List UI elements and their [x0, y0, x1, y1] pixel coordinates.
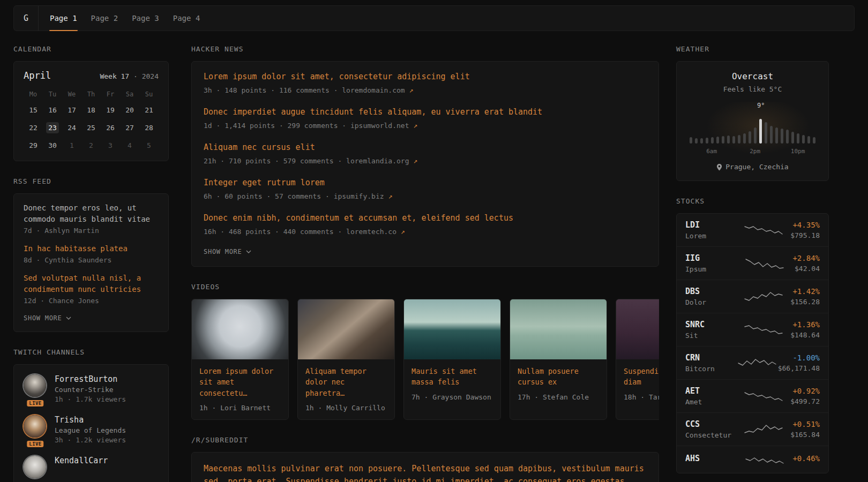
stock-price: $156.28 — [790, 298, 820, 306]
calendar-widget: CALENDAR April Week 17 · 2024 Mo Tu We T… — [13, 45, 169, 161]
tab-page-4[interactable]: Page 4 — [166, 6, 207, 31]
rss-item-link[interactable]: In hac habitasse platea — [24, 243, 159, 254]
video-title[interactable]: Suspendis diam — [624, 366, 659, 388]
tab-page-1[interactable]: Page 1 — [43, 6, 84, 31]
video-card[interactable]: Nullam posuere cursus ex 17h · Stefan Co… — [510, 299, 607, 420]
hn-item: Donec imperdiet augue tincidunt felis al… — [204, 107, 647, 130]
twitch-channel[interactable]: KendallCarr — [24, 456, 159, 478]
hn-item-meta: 1d · 1,414 points · 299 comments · ipsum… — [204, 122, 647, 130]
external-link-icon: ↗ — [413, 157, 417, 165]
video-thumbnail — [192, 299, 288, 359]
section-title-weather: WEATHER — [676, 45, 829, 53]
calendar-dow: We — [62, 91, 81, 98]
hn-item: Lorem ipsum dolor sit amet, consectetur … — [204, 71, 647, 94]
stock-values: +0.46% — [792, 454, 820, 465]
section-title-stocks: STOCKS — [676, 197, 829, 205]
video-card[interactable]: Lorem ipsum dolor sit amet consectetu… 1… — [191, 299, 289, 420]
temperature-bar — [690, 137, 692, 144]
calendar-date: 18 — [81, 104, 101, 116]
twitch-channel[interactable]: LIVE ForrestBurton Counter-Strike 1h · 1… — [24, 374, 159, 403]
twitch-channel-meta: 3h · 1.2k viewers — [55, 436, 126, 444]
stock-name: Amet — [685, 398, 737, 406]
temperature-bar — [743, 133, 746, 144]
stock-row[interactable]: SNRC Sit +1.36% $148.64 — [677, 313, 828, 346]
stock-row[interactable]: CCS Consectetur +0.51% $165.84 — [677, 412, 828, 446]
stock-price: $148.64 — [790, 331, 820, 339]
stock-values: +2.84% $42.04 — [792, 254, 820, 273]
twitch-channel[interactable]: LIVE Trisha League of Legends 3h · 1.2k … — [24, 415, 159, 444]
video-card[interactable]: Mauris sit amet massa felis 7h · Grayson… — [403, 299, 501, 420]
video-title[interactable]: Nullam posuere cursus ex — [518, 366, 599, 388]
hn-item-link[interactable]: Donec enim nibh, condimentum et accumsan… — [204, 213, 647, 224]
temperature-bar — [738, 135, 740, 144]
tab-page-2[interactable]: Page 2 — [84, 6, 125, 31]
video-thumbnail — [298, 299, 394, 359]
stock-name: Bitcorn — [685, 365, 737, 373]
section-title-hacker-news: HACKER NEWS — [191, 45, 659, 53]
temperature-bar — [695, 138, 698, 144]
section-title-calendar: CALENDAR — [13, 45, 169, 53]
stock-row[interactable]: AET Amet +0.92% $499.72 — [677, 379, 828, 412]
temperature-bar — [759, 119, 762, 144]
calendar-date: 16 — [43, 104, 62, 116]
calendar-dow: Fr — [101, 91, 120, 98]
temperature-bar — [781, 129, 783, 144]
calendar-date: 26 — [101, 122, 120, 133]
calendar-header: April Week 17 · 2024 — [24, 70, 159, 81]
subreddit-card: Maecenas mollis pulvinar erat non posuer… — [191, 452, 659, 482]
stock-sparkline — [737, 453, 792, 466]
rss-item-link[interactable]: Sed volutpat nulla nisl, a condimentum n… — [24, 273, 159, 295]
hn-show-more-button[interactable]: SHOW MORE — [204, 248, 647, 255]
hn-item: Donec enim nibh, condimentum et accumsan… — [204, 213, 647, 236]
stock-price: $795.18 — [790, 231, 820, 239]
subreddit-post-link[interactable]: Maecenas mollis pulvinar erat non posuer… — [204, 462, 647, 482]
twitch-channel-category: Counter-Strike — [55, 386, 126, 394]
video-title[interactable]: Lorem ipsum dolor sit amet consectetu… — [199, 366, 281, 398]
hn-item-link[interactable]: Aliquam nec cursus elit — [204, 142, 647, 153]
video-title[interactable]: Aliquam tempor dolor nec pharetra… — [305, 366, 387, 398]
hn-item-link[interactable]: Integer eget rutrum lorem — [204, 177, 647, 189]
stock-ticker: DBS — [685, 287, 737, 296]
temperature-bar — [813, 137, 815, 144]
stock-sparkline — [737, 290, 790, 304]
hn-item-meta: 3h · 148 points · 116 comments · loremdo… — [204, 86, 647, 94]
stock-change: +2.84% — [792, 254, 820, 262]
stock-row[interactable]: CRN Bitcorn -1.00% $66,171.48 — [677, 346, 828, 379]
tab-page-3[interactable]: Page 3 — [125, 6, 166, 31]
twitch-avatar-wrap — [24, 456, 47, 478]
stock-sparkline — [737, 389, 790, 403]
video-card[interactable]: Suspendis diam 18h · Tara — [616, 299, 659, 420]
time-label: 10pm — [791, 148, 805, 155]
twitch-channel-name: KendallCarr — [55, 456, 108, 465]
calendar-date: 20 — [120, 104, 139, 116]
temperature-bar — [711, 137, 714, 144]
temperature-bar — [706, 138, 708, 144]
stock-row[interactable]: DBS Dolor +1.42% $156.28 — [677, 280, 828, 313]
hn-item-link[interactable]: Donec imperdiet augue tincidunt felis al… — [204, 107, 647, 118]
hn-item-link[interactable]: Lorem ipsum dolor sit amet, consectetur … — [204, 71, 647, 82]
section-title-videos: VIDEOS — [191, 283, 659, 291]
stock-id: AET Amet — [685, 386, 737, 406]
stock-change: +1.42% — [790, 287, 820, 296]
weather-feels-like: Feels like 5°C — [685, 85, 820, 93]
current-temp-label: 9° — [757, 102, 765, 109]
stock-row[interactable]: AHS +0.46% — [677, 446, 828, 473]
section-title-subreddit: /R/SUBREDDIT — [191, 436, 659, 444]
show-more-label: SHOW MORE — [204, 248, 242, 255]
rss-item-link[interactable]: Donec tempor eros leo, ut commodo mauris… — [24, 202, 159, 225]
stock-sparkline — [737, 223, 790, 237]
weather-location: Prague, Czechia — [685, 163, 820, 171]
page-tabs: Page 1 Page 2 Page 3 Page 4 — [43, 6, 207, 31]
weather-location-text: Prague, Czechia — [725, 163, 788, 171]
rss-show-more-button[interactable]: SHOW MORE — [24, 314, 159, 322]
stock-values: +0.51% $165.84 — [790, 420, 820, 439]
stock-row[interactable]: IIG Ipsum +2.84% $42.04 — [677, 246, 828, 280]
video-title[interactable]: Mauris sit amet massa felis — [411, 366, 493, 388]
stock-row[interactable]: LDI Lorem +4.35% $795.18 — [677, 214, 828, 246]
temperature-bar — [749, 131, 751, 144]
video-body: Lorem ipsum dolor sit amet consectetu… 1… — [192, 359, 288, 419]
twitch-channel-name: Trisha — [55, 415, 126, 425]
hn-item: Integer eget rutrum lorem 6h · 60 points… — [204, 177, 647, 200]
video-body: Mauris sit amet massa felis 7h · Grayson… — [404, 359, 500, 409]
video-card[interactable]: Aliquam tempor dolor nec pharetra… 1h · … — [297, 299, 395, 420]
